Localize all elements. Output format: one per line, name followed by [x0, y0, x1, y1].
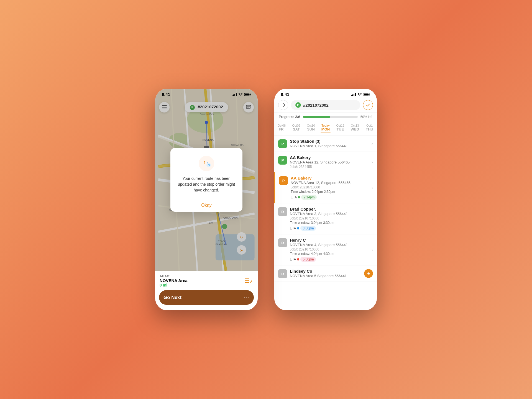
distance-label: 0 mi	[160, 283, 243, 287]
right-wifi-icon	[357, 93, 362, 96]
dialog-overlay: ↑ ↑ ↻ Your current route has been update…	[155, 89, 258, 271]
stop-address-5: NOVENA Area 4, Singapore 556441	[290, 243, 370, 247]
star-icon-6[interactable]: ★	[364, 269, 373, 278]
eta-time-3: 2:14pm	[301, 195, 317, 200]
check-icon	[366, 103, 370, 107]
stop-content-5: Henry C NOVENA Area 4, Singapore 556441 …	[290, 238, 370, 262]
back-button[interactable]	[278, 100, 288, 110]
stop-name-6: Lindsey Co	[290, 269, 363, 273]
stop-name-4: Brad Copper.	[290, 207, 370, 211]
stop-item-2[interactable]: P AA Bakery NOVENA Area 12, Singapore 55…	[274, 152, 377, 172]
dialog-message: Your current route has been updated and …	[177, 176, 236, 193]
stop-eta-3: ETA 2:14pm	[291, 195, 370, 200]
eta-dot-5	[297, 258, 299, 260]
progress-percent: 50% left	[360, 115, 372, 119]
right-signal-icon	[351, 93, 356, 96]
chevron-icon-3: ›	[372, 185, 373, 190]
stop-content-3: AA Bakery NOVENA Area 12, Singapore 5564…	[291, 176, 370, 200]
right-route-label: P #2021072002	[291, 100, 360, 110]
stop-job-5: Job#: 20210710000	[290, 247, 370, 251]
svg-rect-46	[364, 93, 369, 95]
right-status-time: 9:41	[281, 92, 289, 97]
right-p-badge: P	[295, 102, 301, 108]
stop-icon-1: P	[278, 139, 287, 148]
stop-time-window-3: Time window: 2:04pm-2:30pm	[291, 190, 370, 194]
all-set-label: All set !	[160, 274, 243, 278]
go-next-container: Go Next ···	[155, 290, 258, 310]
date-tab-tue[interactable]: Oct12 TUE	[333, 122, 347, 134]
stop-eta-4: ETA 3:00pm	[290, 226, 370, 231]
eta-label-4: ETA	[290, 226, 296, 230]
stop-item-5[interactable]: D Henry C NOVENA Area 4, Singapore 55644…	[274, 234, 377, 265]
stop-time-window-5: Time window: 4:04pm-4:30pm	[290, 252, 370, 256]
stop-icon-6: D	[278, 269, 287, 278]
progress-label: Progress: 3/6	[279, 115, 300, 119]
stop-address-6: NOVENA Area 5 Singapore 556441	[290, 274, 363, 278]
date-tab-wed[interactable]: Oct13 WED	[347, 122, 362, 134]
svg-text:↑: ↑	[203, 159, 206, 165]
chevron-icon-5: ›	[372, 247, 373, 252]
stop-name-3: AA Bakery	[291, 176, 370, 180]
arrow-right-icon	[281, 103, 285, 107]
stop-content-2: AA Bakery NOVENA Area 12, Singapore 5564…	[290, 155, 370, 169]
stop-eta-5: ETA 5:00pm	[290, 257, 370, 262]
eta-time-5: 5:00pm	[300, 257, 316, 262]
stop-content-1: Stop Station (3) NOVENA Area 1, Singapor…	[290, 139, 370, 148]
stop-name-5: Henry C	[290, 238, 370, 242]
eta-dot-4	[297, 227, 299, 229]
progress-row: Progress: 3/6 50% left	[274, 112, 377, 121]
stop-item-6[interactable]: D Lindsey Co NOVENA Area 5 Singapore 556…	[274, 265, 377, 282]
dialog-icon-area: ↑ ↑ ↻	[199, 156, 214, 171]
list-check-icon[interactable]	[243, 276, 253, 286]
right-status-icons	[351, 93, 370, 96]
stop-address-1: NOVENA Area 1, Singapore 556441	[290, 144, 370, 148]
chevron-icon-1: ›	[372, 141, 373, 146]
stop-job-4: Job#: 20210710000	[290, 216, 370, 220]
location-label: NOVENA Area	[160, 278, 243, 283]
go-next-button[interactable]: Go Next ···	[159, 290, 254, 305]
date-tab-sat[interactable]: Oct09 SAT	[289, 122, 304, 134]
eta-time-4: 3:00pm	[300, 226, 316, 231]
stop-job-2: Job#: 2334455	[290, 165, 370, 169]
stop-job-3: Job#: 20210710000	[291, 185, 370, 189]
right-status-bar: 9:41	[274, 89, 377, 98]
chevron-icon-2: ›	[372, 160, 373, 165]
list-icon	[244, 278, 252, 284]
stop-name-1: Stop Station (3)	[290, 139, 370, 144]
stops-list: P Stop Station (3) NOVENA Area 1, Singap…	[274, 135, 377, 310]
bottom-info: All set ! NOVENA Area 0 mi	[160, 274, 243, 287]
dialog-okay-button[interactable]: Okay	[177, 199, 236, 212]
left-phone: 9:41	[155, 89, 258, 310]
date-tab-today[interactable]: Today MON	[318, 122, 333, 134]
stop-time-window-4: Time window: 3:04pm-3:30pm	[290, 221, 370, 225]
more-options: ···	[244, 295, 249, 300]
date-tab-sun[interactable]: Oct10 SUN	[304, 122, 318, 134]
route-update-icon: ↑ ↑ ↻	[201, 158, 212, 169]
stop-content-4: Brad Copper. NOVENA Area 3, Singapore 55…	[290, 207, 370, 231]
stop-icon-5: D	[278, 238, 287, 247]
stop-content-6: Lindsey Co NOVENA Area 5 Singapore 55644…	[290, 269, 363, 278]
date-tab-thu[interactable]: Oct1 THU	[362, 122, 377, 134]
phones-container: 9:41	[155, 89, 377, 310]
chevron-icon-4: ›	[372, 216, 373, 221]
stop-icon-2: P	[278, 156, 287, 165]
stop-item-3[interactable]: P AA Bakery NOVENA Area 12, Singapore 55…	[274, 172, 377, 203]
stop-icon-3: P	[279, 176, 288, 185]
stop-item-4[interactable]: D Brad Copper. NOVENA Area 3, Singapore …	[274, 203, 377, 234]
stop-address-2: NOVENA Area 12, Singapore 556465	[290, 160, 370, 164]
stop-icon-4: D	[278, 207, 287, 216]
eta-dot-3	[298, 196, 300, 198]
stop-item-1[interactable]: P Stop Station (3) NOVENA Area 1, Singap…	[274, 135, 377, 152]
date-tab-fri[interactable]: Oct08 FRI	[274, 122, 289, 134]
map-area: MacRitchie Reservoir Park NOVENA TOA PAY…	[155, 89, 258, 271]
bottom-bar: All set ! NOVENA Area 0 mi	[155, 271, 258, 290]
progress-fill	[303, 116, 330, 118]
stop-address-3: NOVENA Area 12, Singapore 556465	[291, 181, 370, 185]
svg-text:↻: ↻	[207, 163, 210, 167]
date-tabs: Oct08 FRI Oct09 SAT Oct10 SUN Today MON …	[274, 121, 377, 135]
route-updated-dialog: ↑ ↑ ↻ Your current route has been update…	[170, 148, 242, 212]
stop-address-4: NOVENA Area 3, Singapore 556441	[290, 212, 370, 216]
progress-bar	[303, 116, 357, 118]
check-button[interactable]	[363, 100, 373, 110]
right-phone: 9:41	[274, 89, 377, 310]
